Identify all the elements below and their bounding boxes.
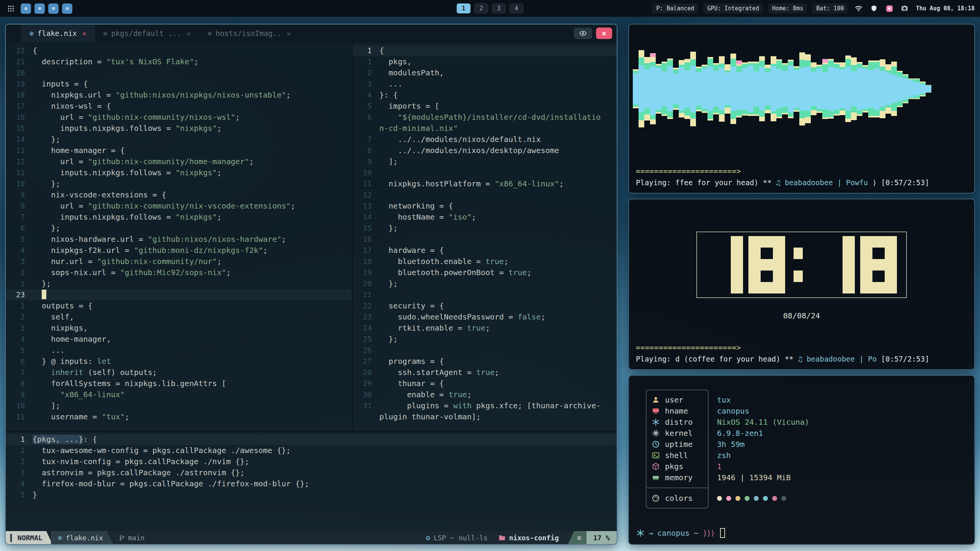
code-text: security = { — [377, 300, 444, 311]
code-text: }; — [377, 278, 398, 289]
tab-label: hosts/isoImag.. — [216, 29, 281, 37]
code-text: } — [30, 489, 37, 500]
code-line: 5 imports = [ — [353, 101, 617, 112]
line-number: 31 — [353, 400, 377, 411]
fetch-labels-box: userhnamedistrokerneluptimeshellpkgsmemo… — [646, 390, 709, 509]
separator-line: ======================> — [636, 165, 970, 177]
code-text: }: { — [377, 90, 398, 101]
tab-close-icon[interactable]: × — [82, 29, 87, 37]
line-number: 18 — [353, 256, 377, 267]
editor-tab-flake-nix[interactable]: ❄flake.nix× — [21, 24, 95, 42]
line-number: 17 — [353, 245, 377, 256]
code-text: plugins = with pkgs.xfce; [thunar-archiv… — [377, 400, 601, 411]
topbar-left: ❄❄❄❄ — [5, 3, 72, 14]
line-number: 24 — [353, 323, 377, 334]
viz-bar — [702, 65, 707, 113]
fetch-label-colors: colors — [647, 487, 708, 503]
tab-close-icon[interactable]: × — [187, 29, 191, 37]
close-button[interactable]: × — [596, 28, 612, 39]
topbar-tab-2[interactable]: 2 — [474, 3, 488, 13]
line-number: 9 — [6, 389, 30, 400]
datetime[interactable]: Thu Aug 08, 18:18 — [916, 5, 975, 12]
code-line: 6 }; — [6, 223, 352, 234]
line-number: 28 — [353, 367, 377, 378]
code-text — [377, 345, 379, 356]
editor-tab-hosts-isoImag-[interactable]: ❄hosts/isoImag..× — [199, 24, 299, 42]
app-launcher-icon[interactable] — [5, 3, 16, 14]
line-number: 11 — [6, 167, 30, 178]
prompt-chevrons: ⟩⟩⟩ — [702, 528, 714, 538]
code-text: }; — [377, 334, 398, 345]
code-line: 24 rtkit.enable = true; — [353, 323, 617, 334]
editor-tab-pkgs-default-[interactable]: ❄pkgs/default ...× — [95, 24, 199, 42]
viz-bar — [794, 66, 799, 112]
terminal-prompt[interactable]: → canopus ~ ⟩⟩⟩ — [637, 528, 725, 538]
code-line: 22 security = { — [353, 300, 617, 311]
workspace-tag[interactable]: ❄ — [21, 3, 31, 14]
code-line: 3 nur.url = "github:nix-community/nur"; — [6, 256, 352, 267]
topbar-tab-4[interactable]: 4 — [510, 3, 523, 13]
code-line: 5} — [6, 489, 617, 500]
scroll-percent: ≡ 17 % — [568, 531, 617, 544]
topbar-tab-1[interactable]: 1 — [457, 3, 470, 13]
viz-bar — [776, 59, 782, 118]
code-text: inputs.nixpkgs.follows = "nixpkgs"; — [30, 212, 222, 223]
editor-pane-flake[interactable]: 22{21 description = "tux's NixOS Flake";… — [6, 42, 352, 431]
wifi-icon[interactable] — [854, 4, 863, 13]
tab-label: pkgs/default ... — [111, 29, 181, 37]
fetch-label-distro: distro — [647, 416, 708, 427]
fetch-label-memory: memory — [647, 472, 708, 483]
track-time: [0:57/2:53] — [881, 178, 929, 187]
line-number: 15 — [353, 223, 377, 234]
code-text: nixpkgs-f2k.url = "github:moni-dz/nixpkg… — [30, 245, 268, 256]
editor-pane-pkgs[interactable]: 1{pkgs, ...}: {1 tux-awesome-wm-config =… — [6, 432, 617, 531]
code-line: 29 thunar = { — [353, 378, 617, 389]
topbar-tab-3[interactable]: 3 — [492, 3, 506, 13]
code-line: 14 hostName = "iso"; — [353, 212, 617, 223]
fetch-label-shell: shell — [647, 450, 708, 461]
line-number: 2 — [6, 456, 30, 467]
code-text — [30, 67, 33, 78]
code-text: ... — [30, 345, 65, 356]
topbar: ❄❄❄❄ 1234 P: BalancedGPU: IntegratedHome… — [0, 0, 980, 17]
tab-close-icon[interactable]: × — [287, 29, 291, 37]
viz-bar — [650, 53, 656, 124]
viz-bar — [834, 62, 840, 116]
project-indicator: nixos-config — [498, 534, 559, 542]
code-line: 2 modulesPath, — [353, 67, 617, 78]
line-number: 16 — [353, 234, 377, 245]
code-line: 5 nixos-hardware.url = "github:nixos/nix… — [6, 234, 352, 245]
code-text: inherit (self) outputs; — [30, 367, 157, 378]
fetch-value-memory: 1946 | 15394 MiB — [717, 472, 809, 483]
line-number: 8 — [6, 201, 30, 212]
code-line: n-cd-minimal.nix" — [353, 123, 617, 134]
code-line: 3 nixpkgs, — [6, 323, 352, 334]
recorder-icon[interactable] — [885, 4, 893, 13]
editor-pane-iso[interactable]: 1{1 pkgs,2 modulesPath,3 ...4}: {5 impor… — [353, 42, 617, 431]
line-number — [353, 123, 377, 134]
palette-dot — [735, 496, 740, 501]
tag-icon: ❄ — [38, 5, 41, 11]
fetch-value-pkgs: 1 — [717, 461, 809, 472]
code-line: 10 }; — [6, 178, 352, 189]
line-number: 7 — [6, 212, 30, 223]
code-text: { — [30, 45, 37, 56]
line-number: 10 — [6, 178, 30, 189]
workspace-tag[interactable]: ❄ — [48, 3, 59, 14]
viz-bar — [908, 78, 914, 99]
workspace-tag[interactable]: ❄ — [34, 3, 45, 14]
camera-icon[interactable] — [900, 4, 909, 13]
code-text: modulesPath, — [377, 67, 444, 78]
prompt-host: canopus — [657, 528, 689, 538]
code-line: 7 ../../modules/nixos/default.nix — [353, 134, 617, 145]
code-line: 1 }; — [6, 278, 352, 289]
workspace-tag[interactable]: ❄ — [62, 3, 72, 14]
line-number — [353, 411, 377, 422]
toggle-button[interactable] — [574, 28, 592, 39]
lsp-status: ⚙ LSP ~ null-ls — [426, 533, 487, 542]
viz-bar — [874, 60, 880, 117]
viz-bar — [885, 64, 891, 114]
shield-icon[interactable] — [870, 4, 878, 13]
code-line: 4 firefox-mod-blur = pkgs.callPackage ./… — [6, 478, 617, 489]
status-items: P: BalancedGPU: IntegratedHome: 8msBat: … — [652, 3, 848, 13]
